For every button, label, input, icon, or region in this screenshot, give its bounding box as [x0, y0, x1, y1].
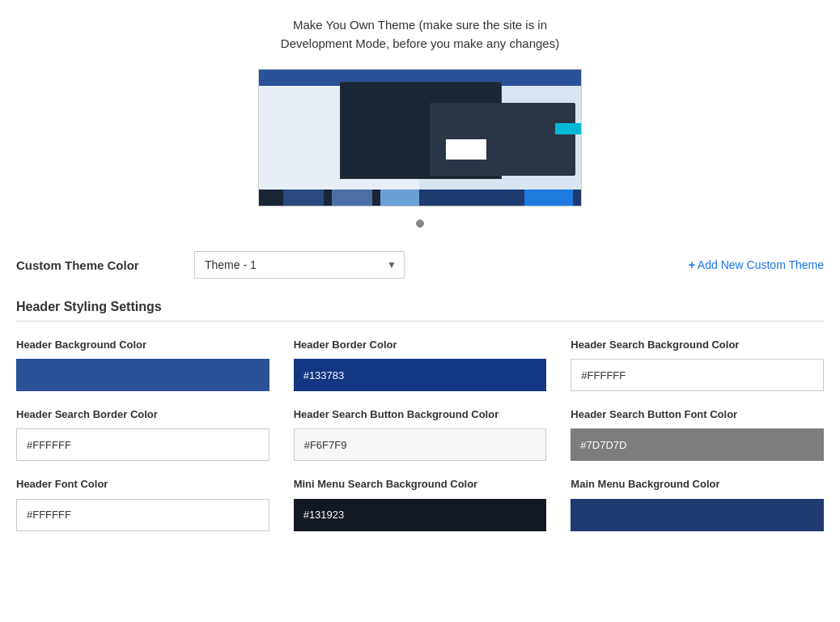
- color-swatch-7[interactable]: #131923: [294, 499, 547, 531]
- color-field-label-1: Header Border Color: [294, 338, 547, 352]
- color-field-2: Header Search Background Color#FFFFFF: [571, 338, 824, 391]
- color-swatch-4[interactable]: #F6F7F9: [294, 428, 547, 461]
- color-swatch-0[interactable]: [16, 359, 269, 391]
- color-field-4: Header Search Button Background Color#F6…: [294, 407, 547, 461]
- theme-preview-carousel: [16, 69, 824, 209]
- color-swatch-8[interactable]: [571, 499, 824, 531]
- carousel-dots: [16, 217, 824, 230]
- color-field-label-7: Mini Menu Search Background Color: [294, 477, 547, 492]
- color-field-label-3: Header Search Border Color: [16, 407, 269, 422]
- color-field-label-0: Header Background Color: [16, 338, 269, 352]
- color-swatch-5[interactable]: #7D7D7D: [571, 428, 824, 461]
- color-field-label-5: Header Search Button Font Color: [571, 407, 824, 422]
- color-swatch-6[interactable]: #FFFFFF: [16, 499, 269, 531]
- color-field-7: Mini Menu Search Background Color#131923: [294, 477, 547, 530]
- color-field-label-4: Header Search Button Background Color: [294, 407, 547, 422]
- add-new-custom-theme-link[interactable]: +Add New Custom Theme: [689, 258, 824, 271]
- page-title: Make You Own Theme (make sure the site i…: [16, 16, 824, 53]
- color-field-label-8: Main Menu Background Color: [571, 477, 824, 492]
- custom-theme-color-row: Custom Theme Color Theme - 1 Theme - 2 T…: [16, 243, 824, 287]
- color-field-3: Header Search Border Color#FFFFFF: [16, 407, 269, 461]
- color-swatch-2[interactable]: #FFFFFF: [571, 359, 824, 391]
- color-field-0: Header Background Color: [16, 338, 269, 391]
- color-swatch-3[interactable]: #FFFFFF: [16, 428, 269, 461]
- plus-icon: +: [689, 258, 695, 271]
- theme-dropdown[interactable]: Theme - 1 Theme - 2 Theme - 3: [194, 251, 405, 279]
- color-field-label-2: Header Search Background Color: [571, 338, 824, 352]
- color-field-5: Header Search Button Font Color#7D7D7D: [571, 407, 824, 461]
- theme-dropdown-wrapper: Theme - 1 Theme - 2 Theme - 3 ▼: [194, 251, 405, 279]
- color-field-6: Header Font Color#FFFFFF: [16, 477, 269, 530]
- header-styling-section-title: Header Styling Settings: [16, 300, 824, 322]
- color-field-label-6: Header Font Color: [16, 477, 269, 492]
- color-swatch-1[interactable]: #133783: [294, 359, 547, 391]
- color-field-1: Header Border Color#133783: [294, 338, 547, 391]
- color-fields-grid: Header Background ColorHeader Border Col…: [16, 338, 824, 531]
- carousel-dot-1[interactable]: [416, 219, 424, 228]
- custom-theme-color-label: Custom Theme Color: [16, 258, 194, 272]
- color-field-8: Main Menu Background Color: [571, 477, 824, 530]
- theme-preview-image: [258, 69, 582, 207]
